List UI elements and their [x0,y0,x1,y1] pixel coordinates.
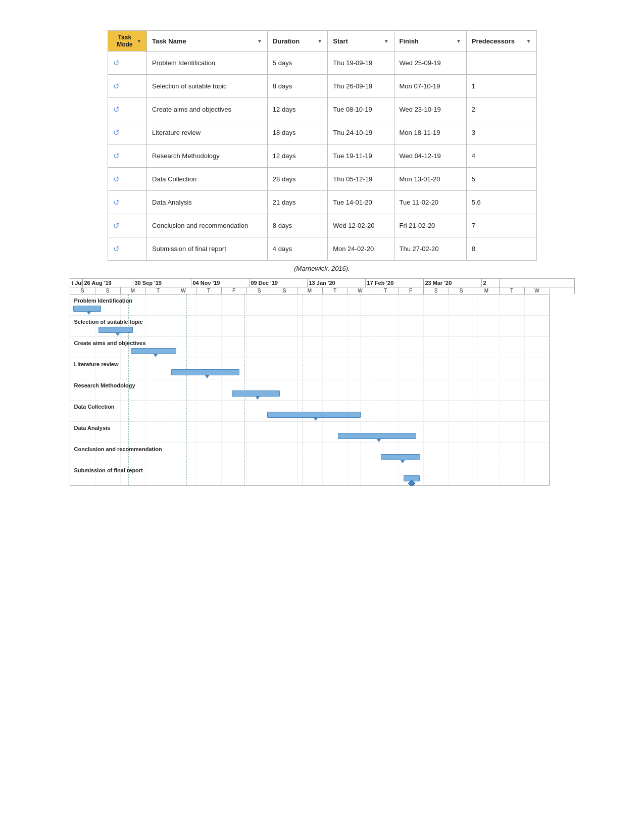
task-name-cell: Literature review [147,121,268,144]
table-row: ↺ Conclusion and recommendation 8 days W… [108,214,536,237]
gantt-chart: t Jul '1926 Aug '1930 Sep '1904 Nov '190… [70,272,575,486]
predecessors-cell: 7 [466,214,536,237]
gantt-sub-header-cell: W [171,287,196,294]
gantt-sub-header-cell: S [449,287,474,294]
sort-arrow-finish[interactable]: ▼ [456,38,461,44]
gantt-arrow-icon [255,396,260,400]
task-name-cell: Submission of final report [147,237,268,261]
task-mode-cell: ↺ [108,144,147,168]
gantt-date-header-cell: 04 Nov '19 [191,279,250,287]
citation: (Marnewick, 2016). [108,265,537,272]
gantt-sub-header-cell: T [323,287,348,294]
gantt-sub-header-cell: T [373,287,399,294]
gantt-date-header-cell: 30 Sep '19 [133,279,191,287]
gantt-task-label: Problem Identification [74,298,133,304]
start-cell: Tue 19-11-19 [328,144,394,168]
table-row: ↺ Research Methodology 12 days Tue 19-11… [108,144,536,168]
finish-cell: Mon 18-11-19 [394,121,466,144]
sort-arrow-task-name[interactable]: ▼ [257,38,262,44]
task-mode-cell: ↺ [108,237,147,261]
task-name-cell: Data Analysis [147,191,268,214]
start-cell: Wed 12-02-20 [328,214,394,237]
task-mode-icon: ↺ [113,244,120,254]
duration-cell: 8 days [267,214,327,237]
gantt-grid-col [525,295,550,485]
gantt-grid-col [424,295,449,485]
gantt-arrow-icon [205,375,210,378]
task-name-cell: Create aims and objectives [147,98,268,121]
gantt-date-header-cell: 13 Jan '20 [308,279,366,287]
start-cell: Thu 05-12-19 [328,168,394,191]
gantt-date-header-cell: 23 Mar '20 [424,279,482,287]
task-mode-cell: ↺ [108,75,147,98]
gantt-date-header: t Jul '1926 Aug '1930 Sep '1904 Nov '190… [70,278,575,287]
task-mode-cell: ↺ [108,214,147,237]
gantt-sub-header-cell: S [272,287,298,294]
predecessors-cell: 4 [466,144,536,168]
predecessors-cell [466,52,536,75]
gantt-arrow-icon [376,438,381,442]
table-row: ↺ Data Collection 28 days Thu 05-12-19 M… [108,168,536,191]
col-duration: Duration ▼ [267,31,327,52]
gantt-sub-header-cell: W [348,287,373,294]
gantt-sub-header-cell: W [525,287,550,294]
predecessors-cell: 5,6 [466,191,536,214]
duration-cell: 28 days [267,168,327,191]
task-name-cell: Conclusion and recommendation [147,214,268,237]
gantt-arrow-icon [86,311,91,315]
finish-cell: Wed 23-10-19 [394,98,466,121]
gantt-grid-col [171,295,196,485]
finish-cell: Thu 27-02-20 [394,237,466,261]
project-table: Task Mode ▼ Task Name ▼ Duration ▼ Start [108,30,537,261]
gantt-sub-header-cell: T [196,287,222,294]
duration-cell: 4 days [267,237,327,261]
gantt-date-header-cell: 09 Dec '19 [250,279,308,287]
gantt-date-header-cell: 2 [482,279,500,287]
gantt-task-label: Data Collection [74,404,115,410]
sort-arrow-start[interactable]: ▼ [384,38,389,44]
sort-arrow-duration[interactable]: ▼ [317,38,322,44]
start-cell: Thu 19-09-19 [328,52,394,75]
gantt-arrow-icon [313,417,318,421]
col-task-name: Task Name ▼ [147,31,268,52]
task-mode-icon: ↺ [113,128,120,137]
finish-cell: Tue 11-02-20 [394,191,466,214]
task-name-cell: Data Collection [147,168,268,191]
gantt-arrow-icon [400,460,405,463]
gantt-task-label: Literature review [74,361,119,367]
col-finish: Finish ▼ [394,31,466,52]
sort-arrow-pred[interactable]: ▼ [526,38,531,44]
task-mode-icon: ↺ [113,175,120,184]
gantt-arrow-icon [115,332,120,336]
duration-cell: 12 days [267,98,327,121]
gantt-grid-col [272,295,298,485]
gantt-sub-header-cell: S [247,287,272,294]
task-mode-cell: ↺ [108,191,147,214]
gantt-sub-header-cell: F [222,287,247,294]
duration-cell: 18 days [267,121,327,144]
finish-cell: Wed 25-09-19 [394,52,466,75]
col-start: Start ▼ [328,31,394,52]
gantt-date-header-cell: 17 Feb '20 [366,279,424,287]
col-task-mode: Task Mode ▼ [108,31,147,52]
task-mode-cell: ↺ [108,98,147,121]
table-row: ↺ Create aims and objectives 12 days Tue… [108,98,536,121]
gantt-sub-header-cell: S [95,287,121,294]
gantt-task-label: Research Methodology [74,382,135,388]
task-mode-icon: ↺ [113,198,120,207]
gantt-date-header-cell: t Jul '19 [70,279,83,287]
sort-arrow-task-mode[interactable]: ▼ [136,38,141,44]
gantt-sub-header-cell: M [298,287,323,294]
duration-cell: 21 days [267,191,327,214]
gantt-task-label: Data Analysis [74,425,111,431]
table-row: ↺ Problem Identification 5 days Thu 19-0… [108,52,536,75]
task-mode-icon: ↺ [113,105,120,114]
predecessors-cell: 8 [466,237,536,261]
gantt-grid-col [348,295,373,485]
task-name-cell: Selection of suitable topic [147,75,268,98]
finish-cell: Wed 04-12-19 [394,144,466,168]
gantt-arrow-icon [153,354,158,357]
task-mode-cell: ↺ [108,52,147,75]
gantt-sub-header-cell: S [424,287,449,294]
duration-cell: 8 days [267,75,327,98]
